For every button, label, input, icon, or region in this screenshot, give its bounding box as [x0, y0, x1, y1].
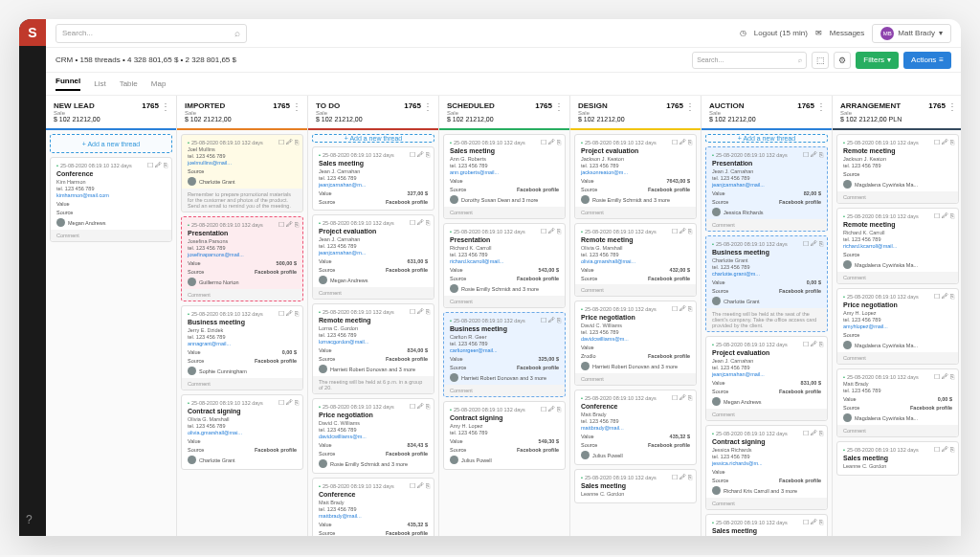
card-comment[interactable]: Comment: [706, 219, 827, 231]
card-comment[interactable]: Comment: [706, 498, 827, 509]
tab-table[interactable]: Table: [120, 79, 138, 88]
card-email[interactable]: olivia.gmarshall@mai...: [581, 258, 690, 264]
card-action-icons[interactable]: ☐ 🖉 ⎘: [803, 341, 823, 348]
card-email[interactable]: davidcwilliams@m...: [581, 336, 690, 342]
thread-card[interactable]: 25-08-2020 08:19:10 132 days ☐ 🖉 ⎘Joel M…: [181, 134, 303, 212]
thread-card[interactable]: 25-08-2020 08:19:10 132 days ☐ 🖉 ⎘Busine…: [705, 235, 828, 332]
thread-card[interactable]: 25-08-2020 08:19:10 132 days ☐ 🖉 ⎘Busine…: [443, 312, 566, 397]
card-action-icons[interactable]: ☐ 🖉 ⎘: [410, 482, 430, 490]
card-action-icons[interactable]: ☐ 🖉 ⎘: [410, 308, 430, 316]
card-action-icons[interactable]: ☐ 🖉 ⎘: [278, 310, 299, 318]
card-action-icons[interactable]: ☐ 🖉 ⎘: [278, 399, 299, 407]
thread-card[interactable]: 25-08-2020 08:19:10 132 days ☐ 🖉 ⎘Busine…: [181, 305, 303, 390]
card-comment[interactable]: Comment: [444, 296, 565, 307]
card-action-icons[interactable]: ☐ 🖉 ⎘: [934, 212, 954, 220]
thread-card[interactable]: 25-08-2020 08:19:10 132 days ☐ 🖉 ⎘Sales …: [705, 514, 828, 536]
brand-logo[interactable]: S: [19, 19, 46, 46]
card-action-icons[interactable]: ☐ 🖉 ⎘: [410, 151, 430, 159]
thread-card[interactable]: 25-08-2020 08:19:10 132 days ☐ 🖉 ⎘Price …: [574, 301, 697, 386]
thread-card[interactable]: 25-08-2020 08:19:10 132 days ☐ 🖉 ⎘Projec…: [574, 134, 697, 219]
card-email[interactable]: jacksonreaton@m...: [581, 169, 690, 175]
user-menu[interactable]: MB Matt Brady ▾: [872, 24, 951, 43]
add-thread-button[interactable]: + Add a new thread: [705, 134, 828, 143]
card-comment[interactable]: Comment: [837, 352, 958, 364]
card-email[interactable]: mattbrady@mail...: [581, 425, 690, 431]
card-action-icons[interactable]: ☐ 🖉 ⎘: [803, 151, 823, 159]
column-more-icon[interactable]: ⋮: [292, 101, 301, 112]
card-action-icons[interactable]: ☐ 🖉 ⎘: [934, 373, 954, 381]
card-action-icons[interactable]: ☐ 🖉 ⎘: [934, 446, 954, 454]
card-email[interactable]: richard.kcarroll@mail...: [843, 243, 952, 249]
gear-icon-button[interactable]: ⚙: [834, 52, 851, 69]
messages-link[interactable]: Messages: [830, 29, 864, 37]
card-email[interactable]: joelmullins@mail...: [188, 160, 297, 166]
thread-card[interactable]: 25-08-2020 08:19:10 132 days ☐ 🖉 ⎘Sales …: [443, 134, 566, 219]
card-action-icons[interactable]: ☐ 🖉 ⎘: [803, 430, 823, 437]
column-more-icon[interactable]: ⋮: [816, 101, 826, 112]
thread-card[interactable]: 25-08-2020 08:19:10 132 days ☐ 🖉 ⎘Projec…: [705, 336, 828, 421]
card-email[interactable]: mattbrady@mail...: [319, 513, 428, 519]
thread-card[interactable]: 25-08-2020 08:19:10 132 days ☐ 🖉 ⎘Confer…: [312, 478, 434, 536]
card-comment[interactable]: The meeting will be held at the seat of …: [706, 308, 827, 331]
card-email[interactable]: amyhlopez@mail...: [843, 323, 952, 329]
add-thread-button[interactable]: + Add a new thread: [50, 134, 172, 153]
card-action-icons[interactable]: ☐ 🖉 ⎘: [278, 221, 299, 229]
card-action-icons[interactable]: ☐ 🖉 ⎘: [147, 162, 167, 169]
card-email[interactable]: carltonrgeer@mail...: [450, 347, 559, 353]
card-comment[interactable]: The meeting will be held at 6 p.m. in a …: [313, 376, 434, 393]
card-email[interactable]: richard.kcarroll@mail...: [450, 258, 559, 264]
card-email[interactable]: kimharmon@mail.com: [56, 192, 166, 198]
card-action-icons[interactable]: ☐ 🖉 ⎘: [672, 228, 692, 235]
thread-card[interactable]: 25-08-2020 08:19:10 132 days ☐ 🖉 ⎘Presen…: [443, 223, 566, 308]
card-comment[interactable]: Comment: [575, 284, 696, 296]
thread-card[interactable]: 25-08-2020 08:19:10 132 days ☐ 🖉 ⎘Confer…: [574, 390, 697, 465]
actions-button[interactable]: Actions ≡: [903, 52, 951, 69]
card-email[interactable]: jessica.richards@m...: [712, 460, 821, 466]
column-more-icon[interactable]: ⋮: [947, 101, 957, 112]
thread-card[interactable]: 25-08-2020 08:19:10 132 days ☐ 🖉 ⎘Remote…: [574, 223, 697, 297]
card-comment[interactable]: Remember to prepare promotional material…: [182, 189, 302, 212]
card-comment[interactable]: Comment: [444, 207, 565, 218]
thread-card[interactable]: 25-08-2020 08:19:10 132 days ☐ 🖉 ⎘Price …: [836, 288, 959, 365]
global-search[interactable]: Search... ⌕: [56, 24, 247, 43]
card-comment[interactable]: Comment: [706, 409, 827, 420]
card-email[interactable]: lornacgordon@mail...: [319, 339, 428, 345]
card-email[interactable]: jeanjcarnahan@m...: [319, 250, 428, 256]
card-action-icons[interactable]: ☐ 🖉 ⎘: [803, 240, 823, 248]
column-more-icon[interactable]: ⋮: [161, 101, 170, 112]
tab-list[interactable]: List: [94, 79, 105, 88]
thread-card[interactable]: 25-08-2020 08:19:10 132 days ☐ 🖉 ⎘Matt B…: [836, 368, 959, 437]
card-comment[interactable]: Comment: [837, 425, 958, 436]
board-search[interactable]: Search... ⌕: [692, 52, 807, 69]
thread-card[interactable]: 25-08-2020 08:19:10 132 days ☐ 🖉 ⎘Contra…: [705, 425, 828, 510]
thread-card[interactable]: 25-08-2020 08:19:10 132 days ☐ 🖉 ⎘Contra…: [181, 394, 303, 470]
card-comment[interactable]: Comment: [837, 191, 958, 203]
card-action-icons[interactable]: ☐ 🖉 ⎘: [410, 219, 430, 227]
card-comment[interactable]: Comment: [313, 287, 434, 299]
column-more-icon[interactable]: ⋮: [554, 101, 564, 112]
tab-map[interactable]: Map: [151, 79, 167, 88]
card-comment[interactable]: Comment: [575, 207, 696, 218]
card-action-icons[interactable]: ☐ 🖉 ⎘: [541, 317, 561, 324]
thread-card[interactable]: 25-08-2020 08:19:10 132 days ☐ 🖉 ⎘Price …: [312, 398, 434, 474]
card-action-icons[interactable]: ☐ 🖉 ⎘: [672, 394, 692, 402]
thread-card[interactable]: 25-08-2020 08:19:10 132 days ☐ 🖉 ⎘Sales …: [574, 469, 697, 503]
thread-card[interactable]: 25-08-2020 08:19:10 132 days ☐ 🖉 ⎘Contra…: [443, 401, 566, 470]
thread-card[interactable]: 25-08-2020 08:19:10 132 days ☐ 🖉 ⎘Sales …: [312, 146, 434, 211]
card-action-icons[interactable]: ☐ 🖉 ⎘: [672, 305, 692, 313]
thread-card[interactable]: 25-08-2020 08:19:10 132 days ☐ 🖉 ⎘Presen…: [705, 146, 828, 232]
thread-card[interactable]: 25-08-2020 08:19:10 132 days ☐ 🖉 ⎘Remote…: [312, 303, 434, 394]
chart-icon-button[interactable]: ⬚: [812, 52, 829, 69]
help-icon[interactable]: ?: [26, 513, 33, 526]
card-comment[interactable]: Comment: [575, 373, 696, 385]
thread-card[interactable]: 25-08-2020 08:19:10 132 days ☐ 🖉 ⎘Remote…: [836, 134, 959, 204]
card-comment[interactable]: Comment: [51, 230, 171, 241]
card-action-icons[interactable]: ☐ 🖉 ⎘: [934, 139, 954, 146]
card-action-icons[interactable]: ☐ 🖉 ⎘: [278, 139, 299, 146]
add-thread-button[interactable]: + Add a new thread: [312, 134, 434, 143]
card-comment[interactable]: Comment: [182, 289, 302, 301]
filters-button[interactable]: Filters ▾: [856, 52, 899, 69]
logout-link[interactable]: Logout (15 min): [754, 29, 808, 37]
card-email[interactable]: olivia.gmarshall@mai...: [188, 430, 297, 435]
card-action-icons[interactable]: ☐ 🖉 ⎘: [410, 403, 430, 411]
